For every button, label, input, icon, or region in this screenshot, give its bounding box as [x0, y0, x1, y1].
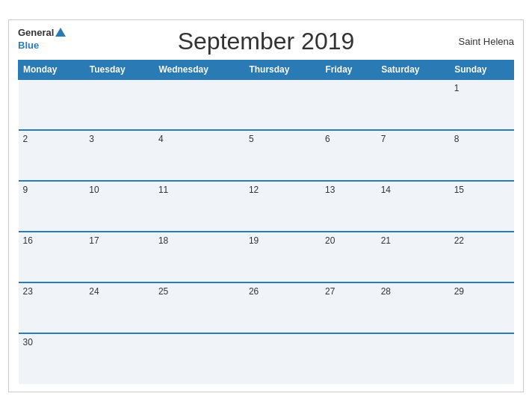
table-row: 7 [377, 130, 450, 181]
table-row: 8 [450, 130, 514, 181]
day-number: 11 [158, 185, 168, 195]
day-number: 28 [381, 286, 391, 297]
day-number: 8 [454, 134, 460, 144]
day-number: 24 [89, 286, 99, 297]
day-number: 29 [454, 286, 464, 297]
table-row: 13 [321, 181, 377, 232]
table-row: 21 [377, 232, 450, 282]
table-row: 9 [19, 181, 85, 232]
table-row [154, 333, 244, 384]
table-row: 5 [244, 130, 321, 181]
table-row: 17 [84, 232, 154, 282]
calendar-week-row: 30 [19, 333, 514, 384]
day-number: 23 [23, 286, 33, 297]
table-row: 15 [450, 181, 514, 232]
calendar-grid: Monday Tuesday Wednesday Thursday Friday… [18, 60, 514, 384]
day-number: 1 [454, 83, 460, 93]
day-number: 10 [89, 185, 99, 195]
calendar-title: September 2019 [178, 28, 355, 55]
table-row [244, 79, 321, 130]
calendar-header: General Blue September 2019 Saint Helena [18, 28, 514, 55]
table-row [321, 333, 377, 384]
table-row: 27 [321, 282, 377, 333]
table-row: 19 [244, 232, 321, 282]
table-row: 22 [450, 232, 514, 282]
day-number: 7 [381, 134, 386, 144]
day-number: 19 [249, 235, 259, 246]
table-row: 2 [19, 130, 85, 181]
table-row: 1 [450, 79, 514, 130]
region-label: Saint Helena [459, 36, 514, 47]
table-row: 30 [19, 333, 85, 384]
table-row [84, 79, 154, 130]
day-number: 3 [89, 134, 94, 144]
header-saturday: Saturday [377, 60, 450, 79]
day-number: 26 [249, 286, 259, 297]
day-number: 22 [454, 235, 464, 246]
day-number: 4 [158, 134, 164, 144]
table-row: 29 [450, 282, 514, 333]
day-number: 9 [23, 185, 28, 195]
day-number: 12 [249, 185, 259, 195]
header-tuesday: Tuesday [84, 60, 154, 79]
header-sunday: Sunday [450, 60, 514, 79]
calendar-week-row: 1 [19, 79, 514, 130]
header-friday: Friday [321, 60, 377, 79]
brand-blue-text: Blue [18, 40, 39, 51]
calendar-week-row: 16171819202122 [19, 232, 514, 282]
table-row: 20 [321, 232, 377, 282]
table-row [154, 79, 244, 130]
table-row: 25 [154, 282, 244, 333]
table-row: 4 [154, 130, 244, 181]
table-row: 10 [84, 181, 154, 232]
day-number: 17 [89, 235, 99, 246]
brand-logo: General Blue [18, 28, 66, 52]
brand-triangle-icon [55, 28, 66, 37]
day-number: 18 [158, 235, 168, 246]
day-number: 27 [325, 286, 335, 297]
table-row [84, 333, 154, 384]
table-row: 14 [377, 181, 450, 232]
table-row [450, 333, 514, 384]
table-row: 12 [244, 181, 321, 232]
table-row [377, 79, 450, 130]
day-number: 6 [325, 134, 330, 144]
calendar-week-row: 2345678 [19, 130, 514, 181]
day-number: 5 [249, 134, 254, 144]
header-monday: Monday [19, 60, 85, 79]
day-number: 21 [381, 235, 391, 246]
table-row [377, 333, 450, 384]
brand-general-text: General [18, 28, 54, 38]
day-number: 30 [23, 337, 33, 347]
table-row [321, 79, 377, 130]
day-number: 2 [23, 134, 28, 144]
calendar-container: General Blue September 2019 Saint Helena… [8, 19, 524, 392]
day-number: 16 [23, 235, 33, 246]
day-number: 25 [158, 286, 168, 297]
table-row [19, 79, 85, 130]
table-row: 18 [154, 232, 244, 282]
table-row: 28 [377, 282, 450, 333]
table-row: 23 [19, 282, 85, 333]
day-number: 20 [325, 235, 335, 246]
calendar-week-row: 9101112131415 [19, 181, 514, 232]
table-row: 16 [19, 232, 85, 282]
days-header-row: Monday Tuesday Wednesday Thursday Friday… [19, 60, 514, 79]
table-row: 3 [84, 130, 154, 181]
header-wednesday: Wednesday [154, 60, 244, 79]
table-row: 6 [321, 130, 377, 181]
day-number: 15 [454, 185, 464, 195]
header-thursday: Thursday [244, 60, 321, 79]
table-row: 26 [244, 282, 321, 333]
day-number: 13 [325, 185, 335, 195]
day-number: 14 [381, 185, 391, 195]
table-row [244, 333, 321, 384]
table-row: 24 [84, 282, 154, 333]
calendar-week-row: 23242526272829 [19, 282, 514, 333]
table-row: 11 [154, 181, 244, 232]
